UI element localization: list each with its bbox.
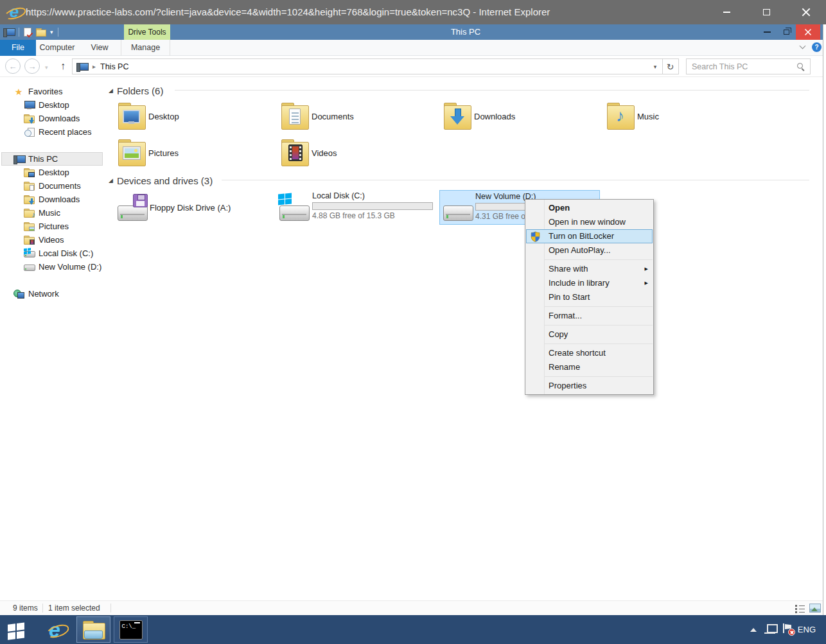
menu-item-properties[interactable]: Properties xyxy=(525,379,653,393)
tray-expand-icon[interactable] xyxy=(750,628,757,632)
forward-icon: → xyxy=(28,62,37,71)
tab-computer[interactable]: Computer xyxy=(36,40,78,56)
sidebar-item-label: New Volume (D:) xyxy=(39,262,101,272)
action-center-flag-icon[interactable] xyxy=(782,623,793,634)
menu-item-share-with[interactable]: Share with▶ xyxy=(525,262,653,276)
sidebar-item-favorites-desktop[interactable]: Desktop xyxy=(0,98,104,112)
network-tray-icon[interactable] xyxy=(764,624,777,634)
start-button[interactable] xyxy=(8,621,30,639)
up-button[interactable]: ↑ xyxy=(57,59,69,73)
folder-tile-music[interactable]: ♪ Music xyxy=(606,100,767,133)
sidebar-item-label: Videos xyxy=(39,235,64,245)
sidebar-item-new-volume-d[interactable]: New Volume (D:) xyxy=(0,260,104,274)
desktop-folder-icon xyxy=(24,168,34,177)
sidebar-item-pictures[interactable]: Pictures xyxy=(0,220,104,233)
sidebar-item-videos[interactable]: Videos xyxy=(0,233,104,247)
sidebar-item-label: Network xyxy=(28,289,59,299)
taskbar-explorer-button[interactable] xyxy=(76,616,110,643)
recent-locations-dropdown-icon[interactable]: ▾ xyxy=(45,64,48,71)
sidebar-item-desktop[interactable]: Desktop xyxy=(0,166,104,179)
sidebar-item-downloads[interactable]: Downloads xyxy=(0,193,104,206)
menu-separator xyxy=(545,325,653,326)
explorer-restore-button[interactable] xyxy=(777,24,796,40)
explorer-close-button[interactable] xyxy=(796,24,820,40)
tab-manage[interactable]: Manage xyxy=(121,40,170,56)
menu-item-open[interactable]: Open xyxy=(525,201,653,215)
menu-item-create-shortcut[interactable]: Create shortcut xyxy=(525,346,653,360)
menu-item-include-in-library[interactable]: Include in library▶ xyxy=(525,276,653,290)
breadcrumb-location[interactable]: This PC xyxy=(100,62,128,71)
sidebar-item-label: Favorites xyxy=(28,87,62,96)
drive-tile-local-disk-c[interactable]: Local Disk (C:) 4.88 GB free of 15.3 GB xyxy=(279,190,440,225)
sidebar-item-music[interactable]: ♪ Music xyxy=(0,206,104,220)
sidebar-item-this-pc[interactable]: This PC xyxy=(1,152,103,166)
folder-tile-label: Music xyxy=(637,112,659,121)
taskbar-cmd-button[interactable]: C:\_ xyxy=(114,616,148,643)
details-view-icon[interactable] xyxy=(795,604,805,613)
devices-section-header[interactable]: ◢ Devices and drives (3) xyxy=(109,175,213,186)
search-icon[interactable] xyxy=(796,62,805,71)
drive-tile-floppy-a[interactable]: Floppy Disk Drive (A:) xyxy=(118,190,278,225)
taskbar: e C:\_ ENG xyxy=(0,615,826,644)
documents-folder-icon xyxy=(281,103,309,130)
taskbar-ie-button[interactable]: e xyxy=(40,616,69,643)
sidebar-item-local-disk-c[interactable]: Local Disk (C:) xyxy=(0,247,104,260)
drive-icon xyxy=(443,195,474,221)
breadcrumb-arrow-icon[interactable]: ▸ xyxy=(92,63,96,70)
customize-toolbar-dropdown-icon[interactable]: ▾ xyxy=(50,28,53,37)
ribbon-collapse-icon[interactable] xyxy=(800,43,806,49)
menu-item-pin-to-start[interactable]: Pin to Start xyxy=(525,290,653,304)
menu-item-turn-on-bitlocker[interactable]: Turn on BitLocker xyxy=(526,229,653,243)
floppy-drive-icon xyxy=(118,195,148,221)
music-folder-icon: ♪ xyxy=(606,103,635,130)
browser-close-button[interactable] xyxy=(786,0,826,24)
menu-separator xyxy=(545,376,653,377)
section-expanded-icon[interactable]: ◢ xyxy=(109,87,113,94)
downloads-folder-icon xyxy=(24,114,34,123)
folder-tile-pictures[interactable]: Pictures xyxy=(118,136,278,170)
folder-tile-desktop[interactable]: Desktop xyxy=(118,100,278,133)
menu-item-format[interactable]: Format... xyxy=(525,309,653,323)
browser-maximize-button[interactable] xyxy=(746,0,786,24)
help-icon[interactable]: ? xyxy=(812,42,822,52)
menu-item-open-autoplay[interactable]: Open AutoPlay... xyxy=(525,243,653,257)
folders-section-header[interactable]: ◢ Folders (6) xyxy=(109,85,163,96)
search-input[interactable] xyxy=(692,62,796,71)
new-folder-icon[interactable] xyxy=(36,28,46,36)
sidebar-item-favorites[interactable]: ★ Favorites xyxy=(0,85,104,98)
toolbar-separator xyxy=(58,28,58,37)
language-indicator[interactable]: ENG xyxy=(798,615,816,644)
properties-icon[interactable] xyxy=(24,28,31,37)
folder-tile-downloads[interactable]: Downloads xyxy=(443,100,604,133)
address-dropdown-icon[interactable]: ▾ xyxy=(648,64,662,70)
menu-item-rename[interactable]: Rename xyxy=(525,360,653,374)
sidebar-item-documents[interactable]: Documents xyxy=(0,179,104,193)
forward-button[interactable]: → xyxy=(24,58,40,74)
tab-view[interactable]: View xyxy=(78,40,121,56)
folder-tile-videos[interactable]: Videos xyxy=(281,136,441,170)
menu-item-open-in-new-window[interactable]: Open in new window xyxy=(525,215,653,229)
status-bar: 9 items 1 item selected xyxy=(0,600,823,615)
tab-file[interactable]: File xyxy=(0,40,36,56)
sidebar-item-label: Recent places xyxy=(39,127,91,137)
status-separator xyxy=(110,604,111,613)
refresh-button[interactable]: ↻ xyxy=(662,58,679,74)
browser-minimize-button[interactable] xyxy=(707,0,746,24)
section-expanded-icon[interactable]: ◢ xyxy=(109,177,113,184)
explorer-minimize-button[interactable] xyxy=(757,24,777,40)
address-bar[interactable]: ▸ This PC ▾ xyxy=(72,58,663,74)
explorer-window: ▾ Drive Tools This PC File Computer View… xyxy=(0,24,823,615)
folder-tile-documents[interactable]: Documents xyxy=(281,100,441,133)
ribbon-tab-row: File Computer View Manage ? xyxy=(0,40,823,56)
browser-window-controls xyxy=(707,0,826,24)
sidebar-item-favorites-downloads[interactable]: Downloads xyxy=(0,112,104,125)
sidebar-item-recent-places[interactable]: Recent places xyxy=(0,125,104,139)
menu-item-copy[interactable]: Copy xyxy=(525,327,653,342)
large-icons-view-icon[interactable] xyxy=(809,604,821,613)
section-header-label: Devices and drives (3) xyxy=(117,175,213,186)
pictures-folder-icon xyxy=(118,139,146,166)
back-button[interactable]: ← xyxy=(5,58,21,74)
selection-count: 1 item selected xyxy=(48,601,100,615)
sidebar-item-network[interactable]: Network xyxy=(0,287,104,300)
drive-free-space: 4.31 GB free of xyxy=(475,212,527,221)
